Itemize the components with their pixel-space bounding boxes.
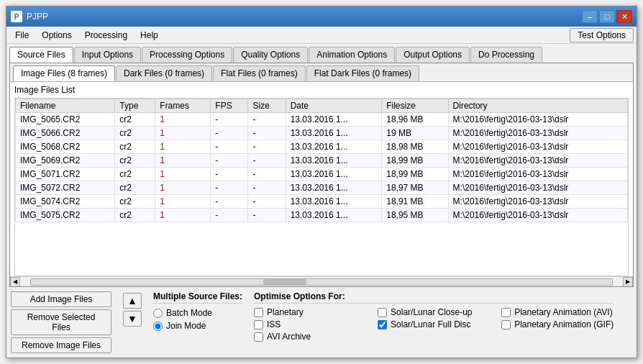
cell-filename: IMG_5071.CR2: [16, 168, 115, 181]
multiple-source-files-section: Multiple Source Files: Batch Mode Join M…: [153, 291, 242, 331]
cell-fps: -: [211, 209, 248, 222]
tab-animation-options[interactable]: Animation Options: [309, 47, 395, 63]
cell-directory: M:\2016\fertig\2016-03-13\dslr: [448, 113, 627, 127]
planetary-option[interactable]: Planetary: [254, 307, 366, 317]
table-row[interactable]: IMG_5068.CR2 cr2 1 - - 13.03.2016 1... 1…: [16, 140, 628, 154]
solar-lunar-fulldisc-option[interactable]: Solar/Lunar Full Disc: [378, 319, 490, 329]
file-table-container[interactable]: Filename Type Frames FPS Size Date Files…: [14, 98, 629, 276]
arrow-buttons: ▲ ▼: [123, 293, 142, 327]
cell-size: -: [248, 168, 286, 181]
planetary-animation-avi-option[interactable]: Planetary Animation (AVI): [501, 307, 614, 317]
tab-quality-options[interactable]: Quality Options: [233, 47, 308, 63]
scrollbar-area: ◀ ▶: [10, 276, 633, 286]
cell-type: cr2: [115, 154, 155, 168]
scroll-left-arrow[interactable]: ◀: [10, 277, 20, 287]
tab-processing-options[interactable]: Processing Options: [142, 47, 232, 63]
inner-tab-dark-files[interactable]: Dark Files (0 frames): [116, 65, 212, 81]
inner-tab-image-files[interactable]: Image Files (8 frames): [13, 65, 115, 81]
move-down-button[interactable]: ▼: [123, 311, 142, 327]
cell-type: cr2: [115, 113, 155, 127]
table-row[interactable]: IMG_5066.CR2 cr2 1 - - 13.03.2016 1... 1…: [16, 127, 628, 140]
cell-frames: 1: [155, 140, 211, 154]
col-type: Type: [115, 99, 155, 113]
cell-filename: IMG_5066.CR2: [16, 127, 115, 140]
app-icon: P: [11, 11, 22, 22]
menu-processing[interactable]: Processing: [79, 29, 133, 42]
optimise-section: Optimise Options For: Planetary Solar/Lu…: [254, 291, 614, 342]
col-directory: Directory: [448, 99, 627, 113]
cell-fps: -: [211, 140, 248, 154]
table-row[interactable]: IMG_5074.CR2 cr2 1 - - 13.03.2016 1... 1…: [16, 195, 628, 209]
outer-tabs: Source Files Input Options Processing Op…: [6, 44, 637, 63]
menu-help[interactable]: Help: [134, 29, 164, 42]
cell-type: cr2: [115, 140, 155, 154]
planetary-animation-gif-checkbox[interactable]: [501, 320, 511, 329]
join-mode-option[interactable]: Join Mode: [153, 321, 242, 331]
maximize-button[interactable]: □: [599, 10, 615, 23]
cell-directory: M:\2016\fertig\2016-03-13\dslr: [448, 168, 627, 181]
scrollbar-thumb[interactable]: [263, 279, 306, 285]
planetary-animation-avi-checkbox[interactable]: [501, 308, 511, 317]
solar-lunar-closeup-checkbox[interactable]: [378, 308, 387, 317]
planetary-animation-gif-option[interactable]: Planetary Animation (GIF): [501, 319, 614, 329]
iss-checkbox[interactable]: [254, 320, 263, 329]
iss-option[interactable]: ISS: [254, 319, 366, 329]
table-row[interactable]: IMG_5071.CR2 cr2 1 - - 13.03.2016 1... 1…: [16, 168, 628, 181]
add-image-files-button[interactable]: Add Image Files: [11, 291, 111, 307]
scroll-right-arrow[interactable]: ▶: [623, 277, 633, 287]
cell-type: cr2: [115, 168, 155, 181]
table-row[interactable]: IMG_5075.CR2 cr2 1 - - 13.03.2016 1... 1…: [16, 209, 628, 222]
horizontal-scrollbar[interactable]: [30, 278, 613, 286]
table-row[interactable]: IMG_5065.CR2 cr2 1 - - 13.03.2016 1... 1…: [16, 113, 628, 127]
move-up-button[interactable]: ▲: [123, 293, 142, 309]
menu-options[interactable]: Options: [36, 29, 77, 42]
minimize-button[interactable]: –: [582, 10, 598, 23]
bottom-area: Add Image Files Remove Selected Files Re…: [6, 287, 637, 358]
join-mode-radio[interactable]: [153, 322, 163, 331]
cell-date: 13.03.2016 1...: [286, 209, 382, 222]
cell-filesize: 19 MB: [382, 127, 448, 140]
cell-filesize: 18,97 MB: [382, 181, 448, 195]
action-buttons: Add Image Files Remove Selected Files Re…: [11, 291, 111, 353]
cell-size: -: [248, 127, 286, 140]
solar-lunar-fulldisc-checkbox[interactable]: [378, 320, 387, 329]
cell-filename: IMG_5074.CR2: [16, 195, 115, 209]
cell-fps: -: [211, 154, 248, 168]
menu-items: File Options Processing Help: [9, 29, 164, 42]
cell-directory: M:\2016\fertig\2016-03-13\dslr: [448, 209, 627, 222]
cell-type: cr2: [115, 209, 155, 222]
close-button[interactable]: ✕: [616, 10, 632, 23]
remove-all-image-files-button[interactable]: Remove Image Files: [11, 337, 111, 353]
cell-filesize: 18,96 MB: [382, 113, 448, 127]
solar-lunar-closeup-option[interactable]: Solar/Lunar Close-up: [378, 307, 490, 317]
planetary-checkbox[interactable]: [254, 308, 263, 317]
section-label: Image Files List: [14, 85, 629, 95]
inner-tab-flat-files[interactable]: Flat Files (0 frames): [213, 65, 306, 81]
cell-frames: 1: [155, 168, 211, 181]
remove-selected-files-button[interactable]: Remove Selected Files: [11, 309, 111, 335]
inner-tab-flat-dark-files[interactable]: Flat Dark Files (0 frames): [306, 65, 419, 81]
table-row[interactable]: IMG_5072.CR2 cr2 1 - - 13.03.2016 1... 1…: [16, 181, 628, 195]
tab-source-files[interactable]: Source Files: [9, 47, 73, 63]
cell-filename: IMG_5072.CR2: [16, 181, 115, 195]
cell-size: -: [248, 181, 286, 195]
window-controls: – □ ✕: [582, 10, 632, 23]
cell-size: -: [248, 113, 286, 127]
cell-size: -: [248, 195, 286, 209]
batch-mode-radio[interactable]: [153, 309, 163, 318]
tab-output-options[interactable]: Output Options: [396, 47, 470, 63]
batch-mode-option[interactable]: Batch Mode: [153, 308, 242, 318]
cell-fps: -: [211, 181, 248, 195]
menu-file[interactable]: File: [9, 29, 35, 42]
cell-fps: -: [211, 168, 248, 181]
col-date: Date: [286, 99, 382, 113]
avi-archive-option[interactable]: AVI Archive: [254, 332, 366, 342]
cell-frames: 1: [155, 113, 211, 127]
cell-filename: IMG_5069.CR2: [16, 154, 115, 168]
avi-archive-checkbox[interactable]: [254, 332, 263, 342]
table-row[interactable]: IMG_5069.CR2 cr2 1 - - 13.03.2016 1... 1…: [16, 154, 628, 168]
tab-input-options[interactable]: Input Options: [74, 47, 141, 63]
tab-do-processing[interactable]: Do Processing: [470, 47, 542, 63]
test-options-button[interactable]: Test Options: [570, 28, 634, 42]
cell-filename: IMG_5065.CR2: [16, 113, 115, 127]
